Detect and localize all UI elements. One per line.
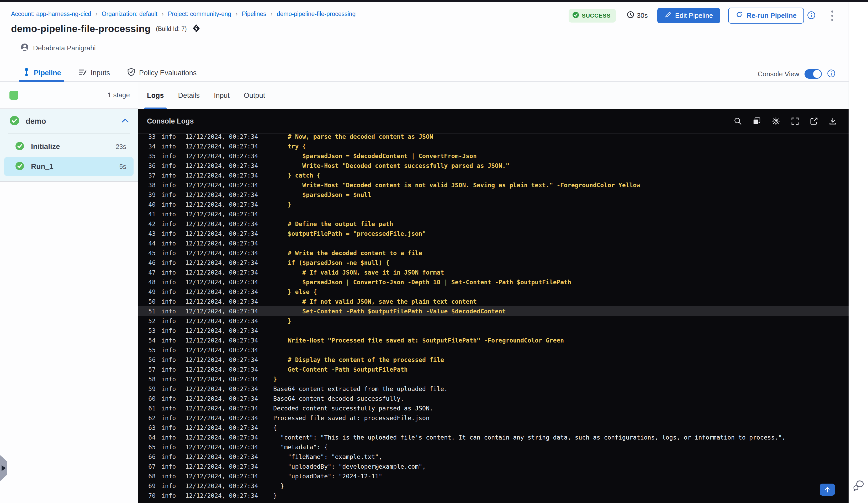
log-line-number: 39 bbox=[146, 191, 156, 198]
console-view-toggle[interactable] bbox=[805, 69, 822, 79]
step-row-run_1[interactable]: Run_15s bbox=[4, 157, 134, 176]
tab-pipeline[interactable]: Pipeline bbox=[23, 64, 61, 81]
log-line: 55info12/12/2024, 00:27:34 bbox=[138, 345, 849, 355]
step-row-initialize[interactable]: Initialize23s bbox=[4, 137, 134, 156]
rerun-pipeline-button[interactable]: Re-run Pipeline bbox=[728, 8, 804, 24]
log-text: if ($parsedJson -ne $null) { bbox=[273, 259, 389, 266]
log-timestamp: 12/12/2024, 00:27:34 bbox=[185, 473, 258, 480]
open-in-new-icon[interactable] bbox=[810, 117, 818, 125]
step-duration: 5s bbox=[120, 163, 126, 170]
build-id-label: (Build Id: 7) bbox=[156, 25, 187, 32]
meta-divider bbox=[16, 42, 16, 65]
log-timestamp: 12/12/2024, 00:27:34 bbox=[185, 347, 258, 354]
console-title: Console Logs bbox=[147, 117, 194, 125]
tab-inputs[interactable]: Inputs bbox=[79, 64, 110, 81]
log-line-number: 53 bbox=[146, 327, 156, 334]
clock-icon bbox=[627, 11, 634, 20]
log-text: # Write the decoded content to a file bbox=[273, 250, 422, 256]
tab-input[interactable]: Input bbox=[214, 82, 230, 109]
scroll-to-top-button[interactable] bbox=[820, 484, 835, 496]
shield-check-icon bbox=[127, 68, 135, 78]
chevron-up-icon[interactable] bbox=[122, 118, 129, 124]
main-area: Account: app-harness-ng-cicd›Organizatio… bbox=[0, 2, 849, 503]
log-text: } bbox=[273, 201, 291, 208]
inputs-icon bbox=[79, 68, 87, 78]
log-timestamp: 12/12/2024, 00:27:34 bbox=[185, 376, 258, 383]
log-level: info bbox=[162, 366, 176, 373]
help-chat-icon[interactable] bbox=[852, 480, 865, 493]
tab-policy-evaluations-label: Policy Evaluations bbox=[139, 69, 197, 77]
log-text: Write-Host "Decoded content is not valid… bbox=[273, 182, 640, 189]
log-line-number: 43 bbox=[146, 230, 156, 237]
log-line-number: 48 bbox=[146, 279, 156, 286]
log-level: info bbox=[162, 240, 176, 247]
stage-group-header[interactable]: demo bbox=[0, 109, 138, 134]
log-text: Write-Host "Decoded content successfully… bbox=[273, 163, 509, 169]
page-title: demo-pipeline-file-processing bbox=[11, 23, 151, 34]
log-line: 34info12/12/2024, 00:27:34 try { bbox=[138, 142, 849, 151]
log-level: info bbox=[162, 492, 176, 499]
tab-output[interactable]: Output bbox=[244, 82, 265, 109]
search-icon[interactable] bbox=[734, 117, 742, 125]
log-line-number: 61 bbox=[146, 405, 156, 412]
log-timestamp: 12/12/2024, 00:27:34 bbox=[185, 279, 258, 286]
log-text: "metadata": { bbox=[273, 444, 328, 451]
log-timestamp: 12/12/2024, 00:27:34 bbox=[185, 172, 258, 179]
log-level: info bbox=[162, 308, 176, 315]
log-line: 63info12/12/2024, 00:27:34{ bbox=[138, 423, 849, 432]
edit-pipeline-button[interactable]: Edit Pipeline bbox=[657, 8, 721, 23]
log-timestamp: 12/12/2024, 00:27:34 bbox=[185, 240, 258, 247]
console-view-label: Console View bbox=[757, 70, 799, 78]
fullscreen-icon[interactable] bbox=[791, 117, 799, 125]
step-duration: 23s bbox=[116, 143, 126, 150]
log-timestamp: 12/12/2024, 00:27:34 bbox=[185, 259, 258, 266]
log-level: info bbox=[162, 289, 176, 295]
log-line-number: 67 bbox=[146, 463, 156, 470]
log-timestamp: 12/12/2024, 00:27:34 bbox=[185, 269, 258, 276]
log-line-number: 56 bbox=[146, 356, 156, 363]
status-label: SUCCESS bbox=[582, 12, 611, 19]
log-level: info bbox=[162, 386, 176, 392]
download-icon[interactable] bbox=[829, 117, 837, 125]
log-text: "uploadedBy": "developer@example.com", bbox=[273, 463, 426, 470]
breadcrumb-separator: › bbox=[235, 10, 237, 18]
breadcrumb-item[interactable]: Pipelines bbox=[242, 10, 266, 18]
edit-pipeline-label: Edit Pipeline bbox=[675, 12, 713, 20]
log-text: Get-Content -Path $outputFilePath bbox=[273, 366, 407, 373]
breadcrumb-separator: › bbox=[95, 10, 97, 18]
log-level: info bbox=[162, 172, 176, 179]
tab-logs[interactable]: Logs bbox=[147, 82, 164, 109]
log-line: 41info12/12/2024, 00:27:34 bbox=[138, 209, 849, 219]
log-level: info bbox=[162, 143, 176, 150]
tab-policy-evaluations[interactable]: Policy Evaluations bbox=[127, 64, 197, 81]
log-line: 53info12/12/2024, 00:27:34 bbox=[138, 326, 849, 335]
console-view-info-icon[interactable] bbox=[827, 69, 836, 79]
log-timestamp: 12/12/2024, 00:27:34 bbox=[185, 453, 258, 460]
avatar-icon bbox=[20, 43, 29, 53]
copy-icon[interactable] bbox=[753, 117, 761, 125]
log-line: 48info12/12/2024, 00:27:34 $parsedJson |… bbox=[138, 277, 849, 287]
log-timestamp: 12/12/2024, 00:27:34 bbox=[185, 463, 258, 470]
breadcrumb-item[interactable]: Project: community-eng bbox=[168, 10, 231, 18]
settings-icon[interactable] bbox=[772, 117, 781, 126]
rerun-info-icon[interactable] bbox=[807, 11, 816, 20]
log-line-number: 63 bbox=[146, 424, 156, 431]
log-text: "fileName": "example.txt", bbox=[273, 453, 382, 460]
log-level: info bbox=[162, 356, 176, 363]
log-text: $parsedJson | ConvertTo-Json -Depth 10 |… bbox=[273, 279, 571, 286]
log-line-number: 41 bbox=[146, 211, 156, 218]
breadcrumb-item[interactable]: Organization: default bbox=[102, 10, 157, 18]
more-options-menu[interactable] bbox=[830, 9, 835, 23]
log-level: info bbox=[162, 463, 176, 470]
log-level: info bbox=[162, 298, 176, 305]
log-viewport[interactable]: 33info12/12/2024, 00:27:34 # Now, parse … bbox=[138, 134, 849, 503]
log-line: 62info12/12/2024, 00:27:34Processed file… bbox=[138, 413, 849, 423]
breadcrumb-item[interactable]: demo-pipeline-file-processing bbox=[277, 10, 355, 18]
tab-pipeline-label: Pipeline bbox=[34, 69, 61, 77]
log-line: 39info12/12/2024, 00:27:34 $parsedJson =… bbox=[138, 190, 849, 200]
tab-details[interactable]: Details bbox=[178, 82, 200, 109]
log-timestamp: 12/12/2024, 00:27:34 bbox=[185, 153, 258, 159]
console-panel: Console Logs bbox=[138, 109, 849, 503]
breadcrumb-item[interactable]: Account: app-harness-ng-cicd bbox=[11, 10, 91, 18]
log-text: "content": "This is the uploaded file's … bbox=[273, 434, 785, 441]
